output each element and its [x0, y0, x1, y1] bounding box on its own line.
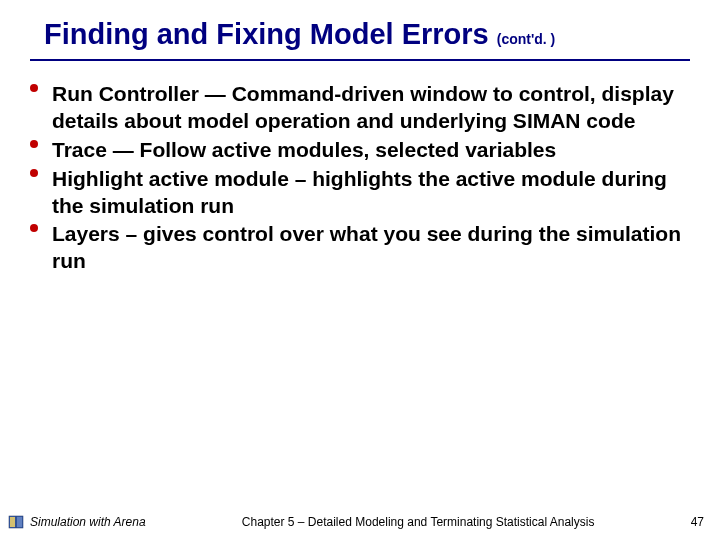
- book-icon: [8, 514, 24, 530]
- title-suffix: (cont'd. ): [497, 31, 556, 47]
- list-item: Layers – gives control over what you see…: [30, 221, 690, 275]
- bullet-text: Layers – gives control over what you see…: [52, 221, 690, 275]
- list-item: Run Controller — Command-driven window t…: [30, 81, 690, 135]
- slide-title: Finding and Fixing Model Errors (cont'd.…: [30, 18, 690, 61]
- footer-left: Simulation with Arena: [30, 515, 146, 529]
- bullet-text: Run Controller — Command-driven window t…: [52, 81, 690, 135]
- svg-rect-1: [10, 517, 15, 527]
- page-number: 47: [691, 515, 704, 529]
- footer-center: Chapter 5 – Detailed Modeling and Termin…: [146, 515, 691, 529]
- bullet-icon: [30, 169, 38, 177]
- bullet-icon: [30, 140, 38, 148]
- svg-rect-2: [17, 517, 22, 527]
- slide-footer: Simulation with Arena Chapter 5 – Detail…: [0, 514, 720, 530]
- slide-content: Run Controller — Command-driven window t…: [30, 81, 690, 275]
- bullet-icon: [30, 84, 38, 92]
- bullet-icon: [30, 224, 38, 232]
- list-item: Trace — Follow active modules, selected …: [30, 137, 690, 164]
- bullet-text: Trace — Follow active modules, selected …: [52, 137, 690, 164]
- bullet-text: Highlight active module – highlights the…: [52, 166, 690, 220]
- slide: Finding and Fixing Model Errors (cont'd.…: [0, 0, 720, 540]
- list-item: Highlight active module – highlights the…: [30, 166, 690, 220]
- title-main: Finding and Fixing Model Errors: [44, 18, 489, 50]
